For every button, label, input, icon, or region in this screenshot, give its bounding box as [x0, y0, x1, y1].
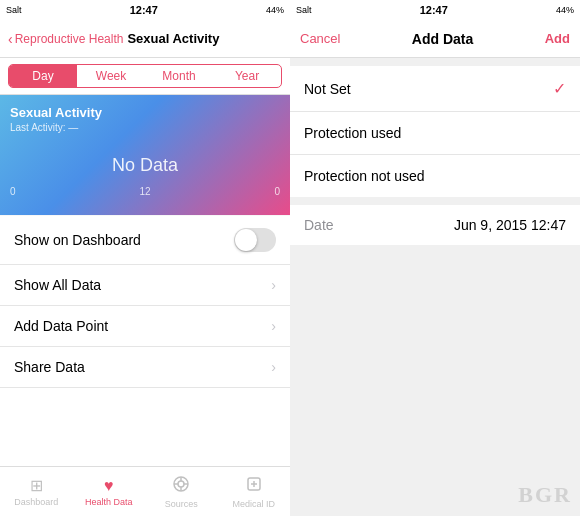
chart-title: Sexual Activity — [10, 105, 280, 120]
medical-id-icon — [245, 475, 263, 497]
share-data-chevron-icon: › — [271, 359, 276, 375]
tab-medical-id[interactable]: Medical ID — [218, 475, 291, 509]
date-field-label: Date — [304, 217, 334, 233]
option-not-set-label: Not Set — [304, 81, 351, 97]
show-all-data-chevron-icon: › — [271, 277, 276, 293]
no-data-label: No Data — [10, 155, 280, 176]
segment-month[interactable]: Month — [145, 65, 213, 87]
chart-axis: 0 12 0 — [10, 186, 280, 197]
show-all-data-item[interactable]: Show All Data › — [0, 265, 290, 306]
status-bar-right: Salt 12:47 44% — [290, 0, 580, 20]
date-row[interactable]: Date Jun 9, 2015 12:47 — [290, 205, 580, 245]
svg-point-1 — [178, 481, 184, 487]
show-on-dashboard-item[interactable]: Show on Dashboard — [0, 216, 290, 265]
segment-year[interactable]: Year — [213, 65, 281, 87]
cancel-button[interactable]: Cancel — [300, 31, 340, 46]
option-protection-used-label: Protection used — [304, 125, 401, 141]
axis-label-0: 0 — [10, 186, 16, 197]
battery-right: 44% — [556, 5, 574, 15]
tab-health-data[interactable]: ♥ Health Data — [73, 477, 146, 507]
toggle-knob — [235, 229, 257, 251]
back-button[interactable]: ‹ Reproductive Health — [8, 31, 123, 47]
tab-dashboard-label: Dashboard — [14, 497, 58, 507]
back-chevron-icon: ‹ — [8, 31, 13, 47]
tab-health-data-label: Health Data — [85, 497, 133, 507]
axis-label-end: 0 — [274, 186, 280, 197]
add-button[interactable]: Add — [545, 31, 570, 46]
option-protection-used[interactable]: Protection used — [290, 112, 580, 155]
back-label: Reproductive Health — [15, 32, 124, 46]
share-data-item[interactable]: Share Data › — [0, 347, 290, 388]
page-title-left: Sexual Activity — [127, 31, 219, 46]
tab-dashboard[interactable]: ⊞ Dashboard — [0, 476, 73, 507]
add-data-point-chevron-icon: › — [271, 318, 276, 334]
show-on-dashboard-label: Show on Dashboard — [14, 232, 141, 248]
battery-left: 44% — [266, 5, 284, 15]
checkmark-icon: ✓ — [553, 79, 566, 98]
bgr-watermark: BGR — [518, 482, 572, 508]
date-section: Date Jun 9, 2015 12:47 — [290, 205, 580, 245]
tab-sources-label: Sources — [165, 499, 198, 509]
show-all-data-label: Show All Data — [14, 277, 101, 293]
time-left: 12:47 — [130, 4, 158, 16]
segment-day[interactable]: Day — [9, 65, 77, 87]
chart-area: Sexual Activity Last Activity: — No Data… — [0, 95, 290, 215]
tab-bar: ⊞ Dashboard ♥ Health Data Sources — [0, 466, 290, 516]
segment-bar: Day Week Month Year — [0, 58, 290, 95]
health-data-icon: ♥ — [104, 477, 114, 495]
segment-control: Day Week Month Year — [8, 64, 282, 88]
chart-subtitle: Last Activity: — — [10, 122, 280, 133]
dashboard-toggle[interactable] — [234, 228, 276, 252]
nav-bar-right: Cancel Add Data Add — [290, 20, 580, 58]
add-data-point-label: Add Data Point — [14, 318, 108, 334]
tab-medical-id-label: Medical ID — [232, 499, 275, 509]
option-protection-not-used[interactable]: Protection not used — [290, 155, 580, 197]
sources-icon — [172, 475, 190, 497]
date-field-value: Jun 9, 2015 12:47 — [454, 217, 566, 233]
signal-right: Salt — [296, 5, 312, 15]
option-protection-not-used-label: Protection not used — [304, 168, 425, 184]
status-bar-left: Salt 12:47 44% — [0, 0, 290, 20]
nav-bar-left: ‹ Reproductive Health Sexual Activity — [0, 20, 290, 58]
segment-week[interactable]: Week — [77, 65, 145, 87]
options-section: Not Set ✓ Protection used Protection not… — [290, 66, 580, 197]
axis-label-12: 12 — [139, 186, 150, 197]
dashboard-icon: ⊞ — [30, 476, 43, 495]
option-not-set[interactable]: Not Set ✓ — [290, 66, 580, 112]
signal-left: Salt — [6, 5, 22, 15]
tab-sources[interactable]: Sources — [145, 475, 218, 509]
page-title-right: Add Data — [412, 31, 473, 47]
left-panel: Salt 12:47 44% ‹ Reproductive Health Sex… — [0, 0, 290, 516]
right-panel: Salt 12:47 44% Cancel Add Data Add Not S… — [290, 0, 580, 516]
time-right: 12:47 — [420, 4, 448, 16]
list-section: Show on Dashboard Show All Data › Add Da… — [0, 216, 290, 466]
share-data-label: Share Data — [14, 359, 85, 375]
add-data-point-item[interactable]: Add Data Point › — [0, 306, 290, 347]
